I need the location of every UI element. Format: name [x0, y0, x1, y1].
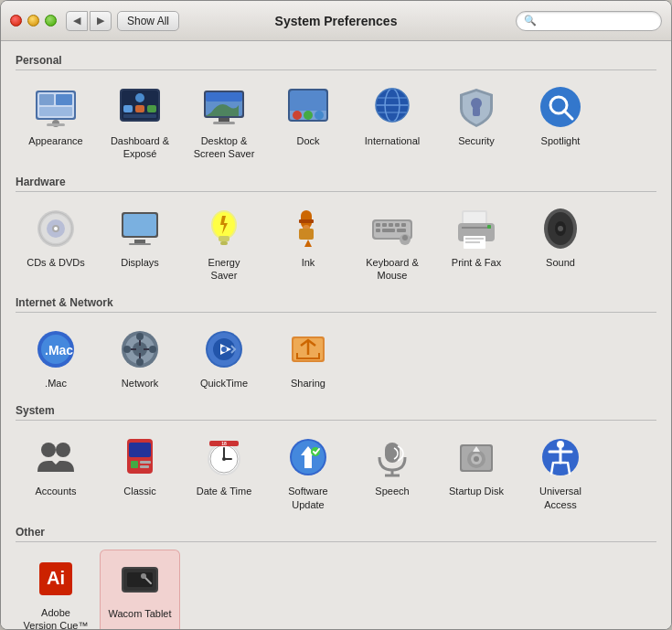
- nav-buttons: ◀ ▶: [66, 11, 112, 31]
- traffic-lights: [10, 15, 57, 27]
- svg-rect-131: [127, 572, 153, 587]
- search-icon: 🔍: [524, 15, 537, 27]
- spotlight-label: Spotlight: [541, 134, 581, 147]
- svg-rect-11: [135, 105, 144, 112]
- pref-wacom-tablet[interactable]: Wacom Tablet: [100, 550, 180, 629]
- pref-universal-access[interactable]: UniversalAccess: [520, 428, 601, 517]
- keyboard-label: Keyboard &Mouse: [366, 256, 418, 283]
- dashboard-icon: [116, 83, 164, 131]
- startup-label: Startup Disk: [449, 485, 504, 497]
- wacom-label: Wacom Tablet: [108, 607, 171, 620]
- print-label: Print & Fax: [452, 256, 501, 269]
- svg-point-87: [149, 346, 156, 353]
- pref-international[interactable]: International: [352, 78, 432, 166]
- pref-desktop[interactable]: Desktop &Screen Saver: [184, 78, 264, 166]
- svg-rect-49: [220, 241, 228, 245]
- ink-icon: [284, 205, 332, 252]
- pref-keyboard-mouse[interactable]: Keyboard &Mouse: [352, 199, 432, 288]
- internet-grid: .Mac .Mac Network QuickTime: [16, 320, 656, 395]
- classic-label: Classic: [123, 485, 155, 497]
- section-hardware: Hardware: [16, 176, 656, 192]
- pref-sharing[interactable]: Sharing: [268, 320, 348, 395]
- adobe-label: AdobeVersion Cue™: [24, 606, 89, 629]
- system-grid: Accounts Classic 18 Date & Time: [16, 428, 656, 517]
- international-label: International: [365, 134, 421, 147]
- pref-spotlight[interactable]: Spotlight: [520, 78, 601, 166]
- mac-icon: .Mac: [32, 326, 80, 373]
- svg-text:18: 18: [221, 441, 227, 446]
- energy-icon: [200, 205, 248, 252]
- pref-security[interactable]: Security: [436, 78, 517, 166]
- back-button[interactable]: ◀: [66, 11, 88, 31]
- cds-icon: [32, 205, 80, 252]
- maximize-button[interactable]: [45, 15, 57, 27]
- appearance-label: Appearance: [28, 134, 82, 147]
- svg-rect-58: [389, 223, 393, 227]
- pref-sound[interactable]: Sound: [520, 199, 601, 288]
- pref-displays[interactable]: Displays: [100, 199, 180, 288]
- sound-icon: [537, 205, 584, 252]
- svg-point-23: [304, 111, 313, 120]
- dashboard-label: Dashboard &Exposé: [111, 134, 169, 161]
- pref-classic[interactable]: Classic: [100, 428, 180, 517]
- svg-point-77: [558, 226, 563, 231]
- classic-icon: [116, 433, 164, 481]
- pref-quicktime[interactable]: QuickTime: [184, 320, 264, 395]
- pref-ink[interactable]: Ink: [268, 199, 348, 288]
- pref-energy-saver[interactable]: EnergySaver: [184, 199, 264, 288]
- search-input[interactable]: [540, 15, 654, 27]
- svg-rect-48: [219, 236, 229, 241]
- universal-icon: [537, 433, 584, 481]
- pref-dock[interactable]: Dock: [268, 78, 348, 166]
- sound-label: Sound: [546, 256, 575, 269]
- energy-label: EnergySaver: [208, 256, 240, 283]
- system-preferences-window: ◀ ▶ Show All System Preferences 🔍 Person…: [0, 0, 672, 630]
- section-internet-network: Internet & Network: [16, 296, 656, 313]
- close-button[interactable]: [10, 15, 22, 27]
- pref-software-update[interactable]: SoftwareUpdate: [268, 428, 348, 517]
- pref-date-time[interactable]: 18 Date & Time: [184, 428, 264, 517]
- svg-rect-69: [462, 227, 491, 229]
- pref-dashboard[interactable]: Dashboard &Exposé: [100, 78, 180, 166]
- network-label: Network: [122, 377, 158, 390]
- softwareupdate-icon: [284, 433, 332, 481]
- pref-startup-disk[interactable]: Startup Disk: [436, 428, 517, 517]
- svg-rect-43: [123, 214, 156, 236]
- show-all-button[interactable]: Show All: [117, 11, 179, 31]
- svg-rect-44: [134, 240, 145, 243]
- other-grid: Ai AdobeVersion Cue™ Wacom Tablet: [16, 550, 656, 629]
- svg-rect-18: [213, 122, 235, 124]
- svg-point-85: [136, 358, 144, 366]
- desktop-icon: [200, 83, 248, 131]
- displays-label: Displays: [121, 256, 159, 269]
- search-box[interactable]: 🔍: [516, 11, 662, 31]
- pref-adobe-version-cue[interactable]: Ai AdobeVersion Cue™: [16, 550, 96, 629]
- pref-cds-dvds[interactable]: CDs & DVDs: [16, 199, 96, 288]
- security-icon: [453, 83, 500, 131]
- svg-point-132: [141, 573, 146, 579]
- security-label: Security: [458, 134, 495, 147]
- international-icon: [368, 83, 416, 131]
- pref-mac[interactable]: .Mac .Mac: [16, 320, 96, 395]
- window-title: System Preferences: [275, 14, 398, 28]
- svg-rect-102: [129, 443, 151, 457]
- svg-rect-61: [376, 229, 380, 232]
- displays-icon: [116, 205, 164, 252]
- hardware-grid: CDs & DVDs Displays EnergySaver: [16, 199, 656, 288]
- forward-button[interactable]: ▶: [90, 11, 112, 31]
- sharing-icon: [284, 326, 332, 373]
- print-icon: [453, 205, 500, 252]
- pref-speech[interactable]: Speech: [352, 428, 432, 517]
- minimize-button[interactable]: [27, 15, 39, 27]
- network-icon: [116, 326, 164, 373]
- datetime-label: Date & Time: [197, 485, 252, 497]
- pref-print-fax[interactable]: Print & Fax: [436, 199, 517, 288]
- svg-rect-104: [140, 461, 151, 464]
- svg-rect-13: [123, 114, 156, 118]
- desktop-label: Desktop &Screen Saver: [194, 134, 255, 161]
- pref-network[interactable]: Network: [100, 320, 180, 395]
- svg-rect-16: [206, 92, 242, 101]
- pref-accounts[interactable]: Accounts: [16, 428, 96, 517]
- pref-appearance[interactable]: Appearance: [16, 78, 96, 166]
- svg-rect-57: [382, 223, 387, 227]
